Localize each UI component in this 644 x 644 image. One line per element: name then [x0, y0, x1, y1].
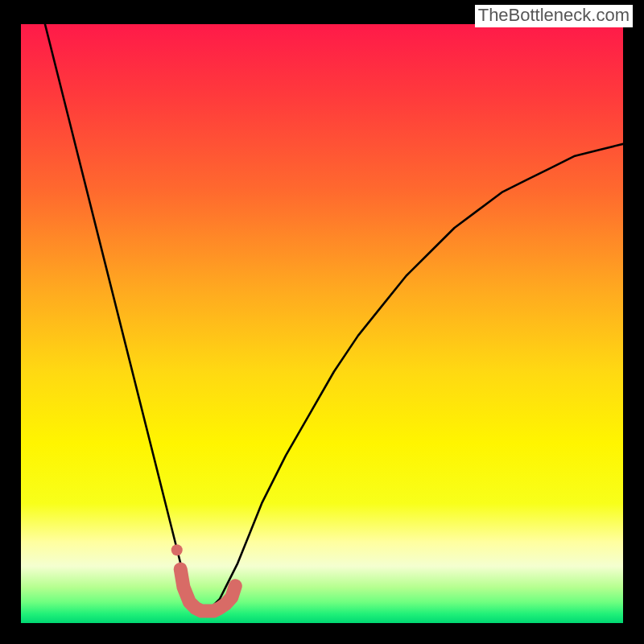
watermark-text: TheBottleneck.com — [475, 5, 633, 27]
gradient-background — [21, 24, 623, 623]
chart-root: TheBottleneck.com — [0, 0, 644, 644]
chart-svg — [21, 24, 623, 623]
plot-area — [21, 24, 623, 623]
curve-bottom-highlight-start-dot — [171, 544, 183, 555]
